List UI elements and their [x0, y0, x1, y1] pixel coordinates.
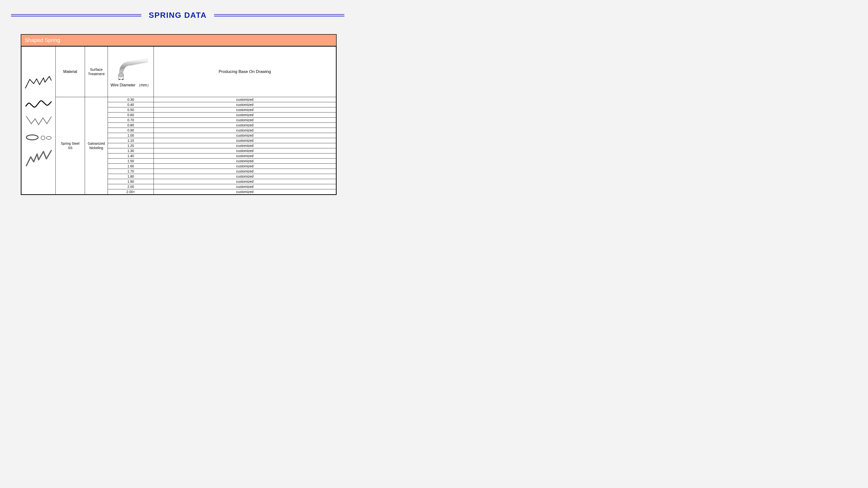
svg-marker-8 — [122, 78, 124, 80]
diameter-value: 2.00+ — [108, 189, 154, 194]
custom-value: customized — [154, 97, 336, 102]
custom-value: customized — [154, 128, 336, 133]
custom-value: customized — [154, 159, 336, 164]
spring-shapes-cell — [22, 46, 56, 194]
card-title: Shaped Spring — [21, 35, 336, 46]
diameter-value: 1.50 — [108, 159, 154, 164]
rule-right — [214, 14, 344, 17]
custom-value: customized — [154, 133, 336, 138]
diameter-value: 0.70 — [108, 118, 154, 123]
custom-value: customized — [154, 148, 336, 154]
data-table: Material Surface Treatment — [21, 46, 336, 194]
title-row: SPRING DATA — [0, 11, 355, 20]
diameter-value: 2.00 — [108, 184, 154, 189]
spring-shape-icon — [24, 93, 53, 110]
custom-value: customized — [154, 143, 336, 148]
spring-shape-icon — [24, 111, 53, 129]
custom-value: customized — [154, 184, 336, 189]
col-material: Material — [56, 46, 85, 97]
custom-value: customized — [154, 138, 336, 143]
custom-value: customized — [154, 154, 336, 159]
surface-value: GalvanizedNickeling — [85, 97, 108, 194]
custom-value: customized — [154, 118, 336, 123]
custom-value: customized — [154, 174, 336, 179]
svg-marker-7 — [119, 78, 120, 80]
table-header-row: Material Surface Treatment — [22, 46, 336, 97]
custom-value: customized — [154, 179, 336, 184]
diameter-value: 1.00 — [108, 133, 154, 138]
custom-value: customized — [154, 112, 336, 118]
spring-shape-icon — [24, 131, 53, 144]
diameter-value: 1.40 — [108, 154, 154, 159]
custom-value: customized — [154, 169, 336, 174]
diameter-value: 1.30 — [108, 148, 154, 154]
diameter-value: 1.90 — [108, 179, 154, 184]
page: SPRING DATA Shaped Spring — [0, 0, 355, 199]
material-value: Spring SteelSS — [56, 97, 85, 194]
table-row: Spring SteelSSGalvanizedNickeling0.30cus… — [22, 97, 336, 102]
svg-point-1 — [41, 136, 45, 140]
svg-point-3 — [119, 73, 124, 77]
rule-left — [11, 14, 141, 17]
diameter-value: 1.60 — [108, 164, 154, 169]
svg-point-2 — [46, 136, 51, 139]
custom-value: customized — [154, 107, 336, 112]
diameter-value: 0.90 — [108, 128, 154, 133]
custom-value: customized — [154, 164, 336, 169]
diameter-value: 0.50 — [108, 107, 154, 112]
diameter-value: 0.80 — [108, 123, 154, 128]
page-title: SPRING DATA — [141, 11, 214, 20]
col-producing: Producing Base On Drawing — [154, 46, 336, 97]
custom-value: customized — [154, 123, 336, 128]
wire-bend-icon — [114, 58, 148, 81]
diameter-value: 1.80 — [108, 174, 154, 179]
custom-value: customized — [154, 102, 336, 107]
spring-shape-icon — [24, 146, 53, 169]
spring-shape-icon — [24, 72, 53, 91]
diameter-value: 0.40 — [108, 102, 154, 107]
col-surface: Surface Treatment — [85, 46, 108, 97]
diameter-value: 1.20 — [108, 143, 154, 148]
svg-point-0 — [26, 135, 38, 140]
diameter-value: 0.60 — [108, 112, 154, 118]
col-diameter: Wire Diameter （mm） — [108, 46, 154, 97]
data-card: Shaped Spring — [21, 34, 337, 195]
diameter-value: 1.10 — [108, 138, 154, 143]
diameter-value: 1.70 — [108, 169, 154, 174]
custom-value: customized — [154, 189, 336, 194]
diameter-value: 0.30 — [108, 97, 154, 102]
